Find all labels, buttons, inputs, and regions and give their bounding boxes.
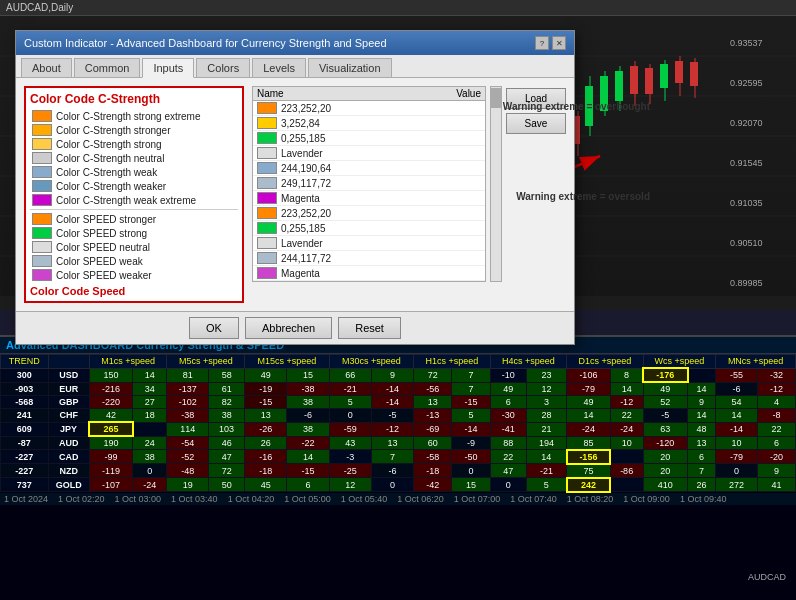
color-swatch-speed-3[interactable]: [32, 241, 52, 253]
settings-dialog: Custom Indicator - Advanced Dashboard fo…: [15, 30, 575, 345]
value-swatch-3[interactable]: [257, 132, 277, 144]
dialog-help-btn[interactable]: ?: [535, 36, 549, 50]
save-button[interactable]: Save: [506, 113, 566, 134]
color-swatch-speed-2[interactable]: [32, 227, 52, 239]
th-h4: H4cs +speed: [490, 355, 566, 369]
value-swatch-4[interactable]: [257, 147, 277, 159]
cell-value: 41: [758, 478, 796, 492]
color-swatch-3[interactable]: [32, 138, 52, 150]
time-7: 1 Oct 05:40: [341, 494, 388, 504]
cell-value: 42: [89, 409, 133, 423]
color-swatch-2[interactable]: [32, 124, 52, 136]
color-swatch-5[interactable]: [32, 166, 52, 178]
cell-value: 14: [610, 382, 643, 396]
th-d1: D1cs +speed: [567, 355, 643, 369]
svg-rect-24: [660, 64, 668, 88]
value-swatch-2[interactable]: [257, 117, 277, 129]
color-swatch-6[interactable]: [32, 180, 52, 192]
color-strength-title: Color Code C-Strength: [30, 92, 238, 106]
cell-value: 20: [643, 450, 688, 464]
dialog-close-btn[interactable]: ✕: [552, 36, 566, 50]
tab-common[interactable]: Common: [74, 58, 141, 77]
th-m15: M15cs +speed: [245, 355, 329, 369]
cell-value: 34: [133, 382, 167, 396]
value-swatch-5[interactable]: [257, 162, 277, 174]
cell-value: 26: [245, 436, 287, 450]
value-swatch-12[interactable]: [257, 267, 277, 279]
cell-value: -21: [526, 464, 566, 478]
value-swatch-9[interactable]: [257, 222, 277, 234]
cell-value: 14: [567, 409, 611, 423]
dialog-footer: OK Abbrechen Reset: [16, 311, 574, 344]
cell-symbol: CAD: [48, 450, 89, 464]
cell-value: -22: [287, 436, 329, 450]
value-swatch-8[interactable]: [257, 207, 277, 219]
cell-value: -15: [287, 464, 329, 478]
value-text-11: 244,117,72: [281, 253, 331, 264]
cell-value: 49: [490, 382, 526, 396]
svg-text:0.93537: 0.93537: [730, 38, 763, 48]
color-label-speed-1: Color SPEED stronger: [56, 214, 156, 225]
tab-inputs[interactable]: Inputs: [142, 58, 194, 78]
value-swatch-10[interactable]: [257, 237, 277, 249]
color-swatch-7[interactable]: [32, 194, 52, 206]
ok-button[interactable]: OK: [189, 317, 239, 339]
cell-value: 13: [414, 396, 452, 409]
cell-trend: 300: [1, 368, 49, 382]
tab-colors[interactable]: Colors: [196, 58, 250, 77]
time-6: 1 Oct 05:00: [284, 494, 331, 504]
cell-value: 85: [567, 436, 611, 450]
value-row-4: Lavender: [253, 146, 485, 161]
cell-value: -119: [89, 464, 133, 478]
cell-value: 10: [716, 436, 758, 450]
cell-value: -48: [167, 464, 209, 478]
color-label-2: Color C-Strength stronger: [56, 125, 171, 136]
th-m30: M30cs +speed: [329, 355, 413, 369]
cell-value: 12: [526, 382, 566, 396]
load-save-area: Load Save: [506, 86, 566, 282]
cell-value: 0: [452, 464, 490, 478]
cell-value: -32: [758, 368, 796, 382]
scroll-thumb[interactable]: [491, 88, 501, 108]
time-5: 1 Oct 04:20: [228, 494, 275, 504]
reset-button[interactable]: Reset: [338, 317, 401, 339]
cell-trend: -227: [1, 464, 49, 478]
cell-trend: 241: [1, 409, 49, 423]
cell-value: -79: [716, 450, 758, 464]
value-swatch-6[interactable]: [257, 177, 277, 189]
value-row-12: Magenta: [253, 266, 485, 281]
table-header-row: TREND M1cs +speed M5cs +speed M15cs +spe…: [1, 355, 796, 369]
tab-visualization[interactable]: Visualization: [308, 58, 392, 77]
value-swatch-7[interactable]: [257, 192, 277, 204]
value-swatch-1[interactable]: [257, 102, 277, 114]
cancel-button[interactable]: Abbrechen: [245, 317, 332, 339]
cell-value: 52: [643, 396, 688, 409]
cell-value: -5: [371, 409, 413, 423]
cell-value: -18: [245, 464, 287, 478]
th-trend: TREND: [1, 355, 49, 369]
svg-text:0.92070: 0.92070: [730, 118, 763, 128]
color-swatch-4[interactable]: [32, 152, 52, 164]
value-swatch-11[interactable]: [257, 252, 277, 264]
cell-value: 7: [452, 368, 490, 382]
cell-value: 114: [167, 422, 209, 436]
cell-value: 3: [526, 396, 566, 409]
dashboard-panel: Advanced DASHBOARD Currency Strength & S…: [0, 335, 796, 600]
color-swatch-speed-1[interactable]: [32, 213, 52, 225]
tab-levels[interactable]: Levels: [252, 58, 306, 77]
value-row-2: 3,252,84: [253, 116, 485, 131]
color-swatch-1[interactable]: [32, 110, 52, 122]
cell-value: 47: [490, 464, 526, 478]
cell-value: -216: [89, 382, 133, 396]
cell-value: 28: [526, 409, 566, 423]
color-label-speed-3: Color SPEED neutral: [56, 242, 150, 253]
tab-about[interactable]: About: [21, 58, 72, 77]
color-swatch-speed-5[interactable]: [32, 269, 52, 281]
cell-value: -137: [167, 382, 209, 396]
time-1: 1 Oct 2024: [4, 494, 48, 504]
scrollbar[interactable]: [490, 86, 502, 282]
cell-value: 82: [209, 396, 245, 409]
value-row-6: 249,117,72: [253, 176, 485, 191]
color-swatch-speed-4[interactable]: [32, 255, 52, 267]
cell-value: -55: [716, 368, 758, 382]
